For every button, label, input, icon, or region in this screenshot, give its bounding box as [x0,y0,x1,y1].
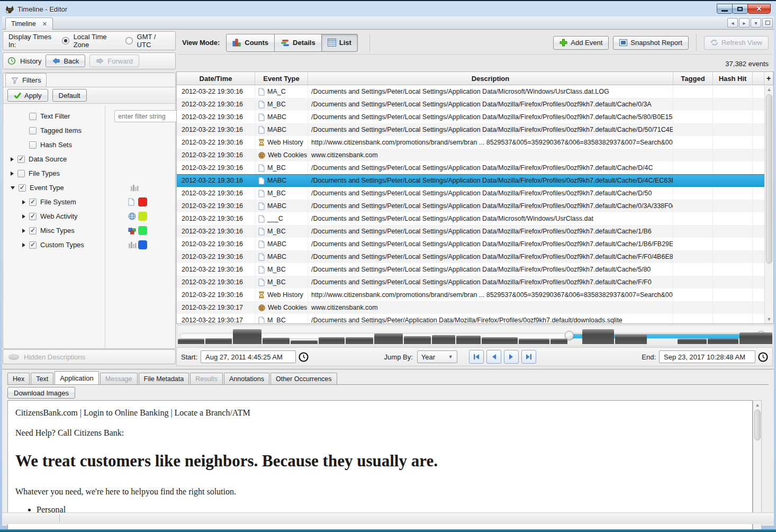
expander-icon[interactable] [22,243,25,247]
tab-close-icon[interactable]: ✕ [42,21,47,28]
viewer-tab-message[interactable]: Message [100,373,138,384]
history-label[interactable]: History [20,57,41,65]
scroll-tabs-right-button[interactable]: ▸ [739,18,750,28]
maximize-pane-button[interactable] [762,18,773,28]
col-header-hashhit[interactable]: Hash Hit [713,72,753,85]
tab-timeline[interactable]: Timeline ✕ [5,17,53,30]
filter-item-misc-types[interactable]: Misc Types [11,223,175,238]
tab-list-dropdown-button[interactable]: ▾ [751,18,761,28]
viewer-tab-hex[interactable]: Hex [7,373,30,384]
filter-checkbox[interactable] [19,184,26,192]
table-row[interactable]: 2012-03-22 19:30:16MABC/Documents and Se… [177,250,764,263]
filter-item-event-type[interactable]: Event Type [11,181,175,195]
filter-checkbox[interactable] [29,141,37,149]
jump-by-select[interactable]: Year ▼ [417,350,457,363]
filter-item-tagged-items[interactable]: Tagged Items [11,123,175,138]
filter-item-file-types[interactable]: File Types [11,166,175,181]
content-scroll-up-icon[interactable]: ▲ [753,401,762,409]
expander-icon[interactable] [22,200,25,204]
viewer-tab-file-metadata[interactable]: File Metadata [139,373,190,384]
time-scrubber[interactable] [178,326,773,346]
col-header-datetime[interactable]: Date/Time [177,72,255,85]
table-row[interactable]: 2012-03-22 19:30:16Web Historyhttp://www… [177,288,764,301]
table-row[interactable]: 2012-03-22 19:30:16MABC/Documents and Se… [177,111,764,123]
table-row[interactable]: 2012-03-22 19:30:17M_BC/Documents and Se… [177,314,764,323]
filter-checkbox[interactable] [29,241,37,249]
add-event-button[interactable]: Add Event [553,36,609,50]
filter-checkbox[interactable] [29,113,37,120]
table-row[interactable]: 2012-03-22 19:30:16M_BC/Documents and Se… [177,276,764,288]
viewer-tab-text[interactable]: Text [31,373,53,384]
view-mode-details-button[interactable]: Details [274,34,322,52]
scrollbar-thumb[interactable] [766,94,772,264]
table-row[interactable]: 2012-03-22 19:30:16M_BC/Documents and Se… [177,225,764,238]
forward-button[interactable]: Forward [89,55,139,67]
table-row[interactable]: 2012-03-22 19:30:16MABC/Documents and Se… [177,174,764,187]
jump-first-button[interactable] [469,350,484,364]
table-row[interactable]: 2012-03-22 19:30:16MABC/Documents and Se… [177,200,764,212]
table-row[interactable]: 2012-03-22 19:30:16MABC/Documents and Se… [177,123,764,136]
default-button[interactable]: Default [52,89,87,102]
apply-button[interactable]: Apply [7,89,48,102]
restore-button[interactable] [732,4,748,14]
download-images-button[interactable]: Download Images [7,387,75,399]
viewer-tab-annotations[interactable]: Annotations [224,373,269,384]
filter-item-file-system[interactable]: File System [11,195,175,209]
scroll-tabs-left-button[interactable]: ◂ [727,18,738,28]
close-button[interactable]: ✕ [747,4,771,14]
add-column-button[interactable]: + [764,72,773,85]
view-mode-list-button[interactable]: List [321,34,358,52]
back-button[interactable]: Back [46,55,85,67]
table-row[interactable]: 2012-03-22 19:30:16___C/Documents and Se… [177,212,764,225]
filter-item-data-source[interactable]: Data Source [11,152,175,166]
filters-tab[interactable]: Filters [5,73,47,87]
expander-icon[interactable] [22,214,25,219]
filter-item-custom-types[interactable]: Custom Types [11,238,175,252]
filter-item-web-activity[interactable]: Web Activity [11,209,175,223]
hidden-descriptions-header[interactable]: Hidden Descriptions [3,349,176,364]
refresh-view-button[interactable]: Refresh View [704,36,769,50]
scroll-up-icon[interactable]: ▲ [765,85,773,94]
table-row[interactable]: 2012-03-22 19:30:16M_BC/Documents and Se… [177,263,764,276]
end-clock-icon[interactable] [758,352,768,362]
start-datetime-field[interactable]: Aug 27, 2011 4:45:25 AM [201,350,296,363]
table-vertical-scrollbar[interactable]: ▲ ▼ [764,85,773,323]
filter-checkbox[interactable] [29,213,37,220]
radio-gmt-utc[interactable] [125,37,132,44]
filter-item-hash-sets[interactable]: Hash Sets [11,138,175,152]
col-header-description[interactable]: Description [308,72,673,85]
jump-last-button[interactable] [521,350,536,364]
jump-prev-button[interactable] [486,350,501,364]
scroll-down-icon[interactable]: ▼ [765,315,773,323]
content-scrollbar-thumb[interactable] [754,410,761,440]
radio-local-time-zone[interactable] [62,37,69,44]
col-header-tagged[interactable]: Tagged [673,72,713,85]
expander-icon[interactable] [22,229,25,233]
filter-item-text-filter[interactable]: Text Filter [11,109,175,123]
filter-checkbox[interactable] [29,227,37,235]
minimize-button[interactable] [717,4,733,14]
table-row[interactable]: 2012-03-22 19:30:16Web Historyhttp://www… [177,136,764,149]
filter-checkbox[interactable] [17,170,25,177]
table-row[interactable]: 2012-03-22 19:30:16M_BC/Documents and Se… [177,161,764,174]
col-header-eventtype[interactable]: Event Type [255,72,308,85]
table-row[interactable]: 2012-03-22 19:30:16M_BC/Documents and Se… [177,98,764,111]
view-mode-counts-button[interactable]: Counts [226,34,275,52]
viewer-tab-other-occurrences[interactable]: Other Occurrences [270,373,337,384]
snapshot-report-button[interactable]: Snapshot Report [613,36,689,50]
table-row[interactable]: 2012-03-22 19:30:16M_BC/Documents and Se… [177,187,764,200]
table-row[interactable]: 2012-03-22 19:30:17Web Cookieswww.citize… [177,301,764,314]
expander-icon[interactable] [11,157,14,161]
viewer-tab-application[interactable]: Application [55,371,99,384]
expander-icon[interactable] [11,186,15,190]
jump-next-button[interactable] [504,350,519,364]
filter-checkbox[interactable] [29,127,37,134]
table-row[interactable]: 2012-03-22 19:30:16MABC/Documents and Se… [177,238,764,250]
end-datetime-field[interactable]: Sep 23, 2017 10:28:48 AM [659,350,755,363]
table-row[interactable]: 2012-03-22 19:30:16MA_C/Documents and Se… [177,85,764,98]
filter-checkbox[interactable] [17,156,25,163]
expander-icon[interactable] [11,172,14,176]
start-clock-icon[interactable] [299,352,309,362]
viewer-tab-results[interactable]: Results [190,373,223,384]
table-row[interactable]: 2012-03-22 19:30:16Web Cookieswww.citize… [177,149,764,161]
